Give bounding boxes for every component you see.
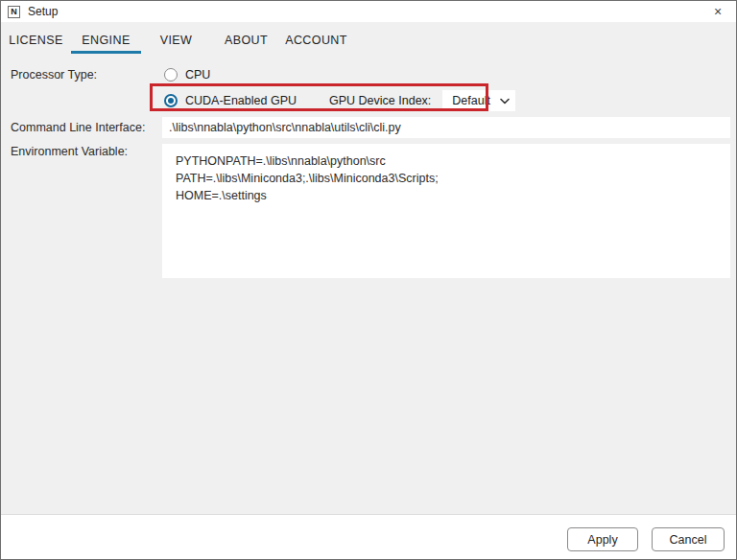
gpu-device-index-select[interactable]: Default <box>442 90 515 111</box>
tab-view[interactable]: VIEW <box>141 28 211 54</box>
title-bar: N Setup × <box>1 1 736 22</box>
env-textarea[interactable]: PYTHONPATH=.\libs\nnabla\python\src PATH… <box>162 144 730 278</box>
cpu-radio-row: CPU <box>164 68 210 82</box>
cuda-gpu-radio-label[interactable]: CUDA-Enabled GPU <box>185 94 297 107</box>
cpu-radio[interactable] <box>164 68 178 82</box>
tab-bar: LICENSE ENGINE VIEW ABOUT ACCOUNT <box>1 28 351 54</box>
app-icon: N <box>8 6 20 18</box>
cuda-gpu-radio[interactable] <box>164 94 178 107</box>
tab-account[interactable]: ACCOUNT <box>281 28 351 54</box>
cuda-gpu-radio-row: CUDA-Enabled GPU GPU Device Index: Defau… <box>164 90 515 111</box>
env-label: Environment Variable: <box>11 145 128 158</box>
processor-type-label: Processor Type: <box>11 68 97 82</box>
cli-input[interactable] <box>162 117 730 138</box>
chevron-down-icon <box>500 98 510 105</box>
cli-label: Command Line Interface: <box>11 121 145 134</box>
tab-about[interactable]: ABOUT <box>211 28 281 54</box>
setup-dialog: N Setup × LICENSE ENGINE VIEW ABOUT ACCO… <box>0 0 737 560</box>
gpu-device-index-label: GPU Device Index: <box>329 94 431 107</box>
close-icon[interactable]: × <box>709 3 726 20</box>
apply-button[interactable]: Apply <box>567 527 638 551</box>
cancel-button[interactable]: Cancel <box>652 527 725 551</box>
tab-engine[interactable]: ENGINE <box>71 28 141 54</box>
bottom-bar: Apply Cancel <box>1 514 736 559</box>
tab-license[interactable]: LICENSE <box>1 28 71 54</box>
gpu-device-index-value: Default <box>452 94 490 107</box>
window-title: Setup <box>28 5 58 18</box>
cpu-radio-label[interactable]: CPU <box>185 68 210 82</box>
